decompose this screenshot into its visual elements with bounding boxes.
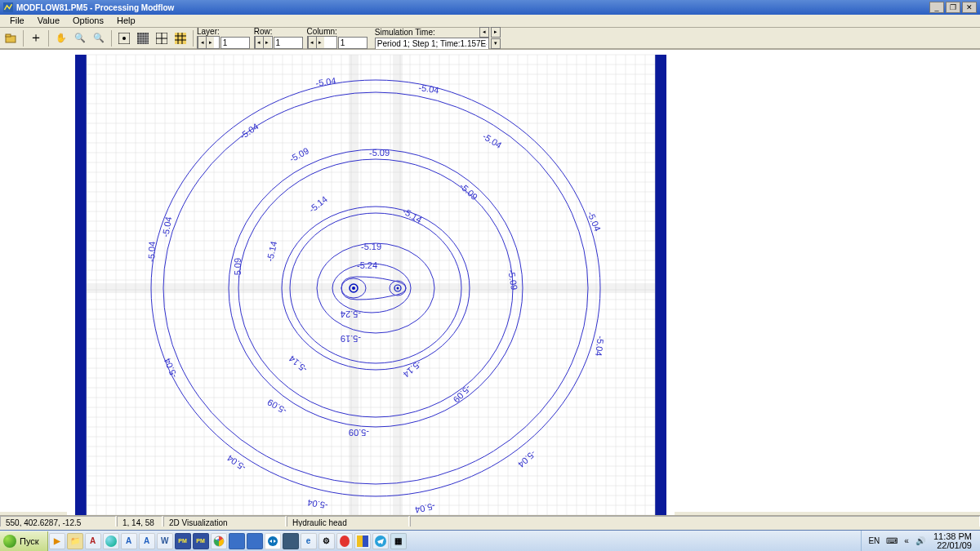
minimize-button[interactable]: _ [929,2,944,13]
svg-point-4 [122,37,126,40]
svg-point-163 [397,287,399,290]
task-opera[interactable] [336,533,353,549]
boundary-left [75,55,87,517]
lang-indicator[interactable]: EN [865,536,883,545]
svg-text:-5.04: -5.04 [315,76,337,88]
svg-text:-5.24: -5.24 [357,260,377,270]
task-media[interactable]: ▶ [49,533,65,549]
svg-text:-5.09: -5.09 [233,258,243,278]
task-gear[interactable]: ⚙ [318,533,335,549]
empty-panel [675,50,980,512]
fill-grid-button[interactable] [172,29,189,47]
canvas-area[interactable]: -5.04 -5.04 -5.04 -5.04 -5.04 -5.04 -5.0… [67,50,675,521]
pan-button[interactable]: ✋ [52,29,70,47]
svg-text:-5.04: -5.04 [418,82,440,95]
sparse-grid-button[interactable] [153,29,171,47]
maximize-button[interactable]: ❐ [946,2,960,13]
row-up[interactable]: ▸ [263,37,271,48]
task-pm1[interactable]: PM [175,533,191,549]
task-green-orb[interactable] [103,533,119,549]
boundary-right [655,55,666,517]
sim-dropdown[interactable]: ▾ [491,38,501,49]
clock-time: 11:38 PM [933,532,972,541]
task-teamviewer[interactable] [265,533,281,549]
svg-rect-197 [357,535,363,547]
task-blue2[interactable] [247,533,263,549]
svg-text:-5.04: -5.04 [594,335,606,357]
open-tool-button[interactable] [2,29,20,47]
svg-point-156 [317,243,434,333]
task-ie[interactable]: e [301,533,317,549]
zoom-out-button[interactable]: 🔍 [90,29,108,47]
menu-help[interactable]: Help [110,15,142,27]
task-a-blue[interactable]: A [121,533,137,549]
layer-spinner[interactable]: ◂▸ [197,36,220,49]
app-icon [3,2,13,12]
sim-time-label: Simulation Time: [375,28,435,37]
system-tray: EN ⌨ « 🔊 11:38 PM 22/01/09 [861,531,980,551]
task-autocad[interactable]: A [85,533,101,549]
volume-icon[interactable]: 🔊 [912,536,929,545]
pointer-button[interactable]: ＋ [27,29,45,47]
svg-point-157 [332,264,411,313]
task-dark[interactable] [283,533,299,549]
contour-labels: -5.04 -5.04 -5.04 -5.04 -5.04 -5.04 -5.0… [146,76,606,515]
sim-next[interactable]: ▸ [491,27,501,38]
clock-date: 22/01/09 [933,541,972,550]
sim-time-input[interactable] [375,38,489,50]
taskbar: Пуск ▶ 📁 A A A W PM PM e ⚙ ▦ EN ⌨ « 🔊 11… [0,530,980,551]
layer-down[interactable]: ◂ [198,37,206,48]
svg-text:-5.04: -5.04 [307,498,329,511]
row-input[interactable] [274,37,303,49]
task-pm2[interactable]: PM [193,533,209,549]
svg-point-196 [268,536,278,546]
wells [350,284,401,292]
menu-file[interactable]: File [3,15,31,27]
zoom-in-button[interactable]: 🔍 [71,29,89,47]
column-spinner[interactable]: ◂▸ [307,36,337,49]
task-word[interactable]: W [157,533,173,549]
svg-point-150 [151,80,600,496]
close-button[interactable]: ✕ [962,2,977,13]
dense-grid-button[interactable] [134,29,152,47]
menu-value[interactable]: Value [31,15,66,27]
row-label: Row: [254,27,273,36]
layer-input[interactable] [220,37,250,49]
svg-text:-5.09: -5.09 [265,398,288,416]
column-input[interactable] [338,37,368,49]
svg-text:-5.09: -5.09 [287,145,310,163]
row-down[interactable]: ◂ [255,37,263,48]
svg-text:-5.04: -5.04 [225,453,247,473]
svg-rect-198 [363,535,368,547]
svg-text:-5.14: -5.14 [401,206,424,224]
task-telegram[interactable] [372,533,389,549]
windows-icon [3,535,16,548]
svg-rect-20 [175,33,186,44]
keyboard-icon[interactable]: ⌨ [883,536,901,545]
svg-text:-5.14: -5.14 [402,358,424,379]
model-canvas[interactable]: -5.04 -5.04 -5.04 -5.04 -5.04 -5.04 -5.0… [67,50,675,521]
task-blue1[interactable] [229,533,245,549]
contour-lines [151,80,600,496]
toolbar: ＋ ✋ 🔍 🔍 Layer: ◂▸ Row: ◂▸ Column: ◂▸ Sim… [0,28,980,49]
task-chrome[interactable] [211,533,227,549]
menu-options[interactable]: Options [66,15,110,27]
svg-text:-5.14: -5.14 [287,353,309,374]
svg-text:-5.04: -5.04 [238,121,260,140]
grid-center-button[interactable] [115,29,133,47]
task-folder[interactable]: 📁 [67,533,83,549]
start-button[interactable]: Пуск [0,531,48,551]
sim-prev[interactable]: ◂ [479,27,489,38]
tray-clock[interactable]: 11:38 PM 22/01/09 [929,532,977,550]
tray-expand[interactable]: « [901,536,912,545]
task-a-blue2[interactable]: A [139,533,155,549]
window-title: MODFLOW81.PM5 - Processing Modflow [16,3,928,12]
layer-up[interactable]: ▸ [206,37,214,48]
col-up[interactable]: ▸ [316,37,324,48]
col-down[interactable]: ◂ [308,37,316,48]
svg-text:-5.04: -5.04 [516,449,538,470]
task-commander[interactable] [354,533,371,549]
row-spinner[interactable]: ◂▸ [254,36,273,49]
column-label: Column: [307,27,337,36]
task-calc[interactable]: ▦ [390,533,407,549]
